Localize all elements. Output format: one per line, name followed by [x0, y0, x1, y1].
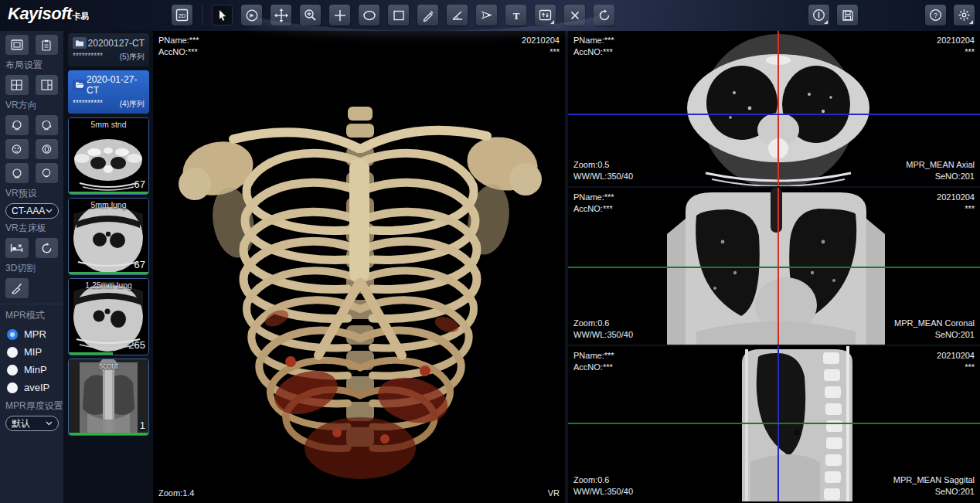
thumbnail-5mm-stnd[interactable]: 5mm stnd 67	[68, 117, 149, 195]
rectangle-icon	[393, 9, 405, 22]
tool-cursor-button[interactable]	[212, 5, 233, 25]
tool-reset-button[interactable]	[594, 5, 614, 25]
text-icon: T	[511, 10, 522, 21]
mpr-thickness-select[interactable]: 默认	[5, 416, 59, 431]
tool-crosshair-button[interactable]	[329, 5, 350, 25]
coronal-viewport[interactable]: PName:*** AccNO:*** 20210204 *** Zoom:0.…	[568, 188, 980, 346]
folder-icon	[73, 37, 87, 49]
series-item-1[interactable]: 20200127-CT ********** (5)序列	[68, 33, 149, 66]
report-icon	[41, 39, 52, 51]
axial-viewport[interactable]: PName:*** AccNO:*** 20210204 *** Zoom:0.…	[568, 31, 980, 188]
sagittal-date: 20210204	[937, 350, 975, 362]
series-panel: 20200127-CT ********** (5)序列 2020-01-27-…	[64, 31, 153, 503]
layout-split-button[interactable]	[36, 75, 59, 95]
tool-ellipse-button[interactable]	[359, 5, 379, 25]
thumbnail-1-25mm-lung[interactable]: 1.25mm lung 265	[68, 278, 149, 355]
tool-angle-button[interactable]	[447, 5, 468, 25]
reset-icon	[598, 9, 611, 22]
axial-wwwl: WW/WL:350/40	[573, 171, 633, 182]
thumbnail-5mm-lung[interactable]: 5mm lung 67	[68, 198, 149, 275]
sagittal-pname: PName:***	[573, 350, 614, 362]
radio-label: MIP	[24, 346, 42, 358]
head-top-icon	[12, 168, 22, 179]
head-right-icon	[41, 120, 52, 131]
tool-text-button[interactable]: T	[505, 5, 526, 25]
thumbnail-scout[interactable]: scout 1	[68, 359, 149, 436]
monitor-layout-icon	[11, 39, 23, 50]
angle-icon	[451, 10, 464, 21]
vr-zoom-label: Zoom:1.4	[158, 488, 194, 499]
top-bar: Kayisoft卡易 2D	[0, 0, 980, 31]
toolbar-right-group	[808, 5, 858, 25]
zoom-in-icon	[304, 8, 317, 22]
sagittal-seno: SeNO:201	[893, 486, 975, 498]
close-icon	[570, 10, 580, 21]
coronal-mode: MPR_MEAN Coronal	[894, 318, 975, 329]
coronal-date: 20210204	[937, 192, 975, 203]
vr-face-back-button[interactable]	[36, 139, 59, 159]
remove-bed-button[interactable]	[5, 238, 29, 258]
folder-open-icon	[73, 80, 87, 91]
vr-rendered-ribcage	[153, 31, 565, 503]
axial-patient-info: PName:*** AccNO:***	[573, 35, 614, 58]
tool-rotate-3d-button[interactable]	[241, 5, 262, 25]
tool-window-level-button[interactable]	[535, 5, 556, 25]
bed-remove-icon	[10, 243, 23, 253]
vr-masked: ***	[522, 46, 560, 58]
tool-zoom-button[interactable]	[300, 5, 321, 25]
axial-mode-info: MPR_MEAN Axial SeNO:201	[906, 159, 975, 182]
vr-head-right-button[interactable]	[36, 115, 59, 135]
help-icon: ?	[929, 8, 942, 22]
vr-viewport[interactable]: PName:*** AccNO:*** 20210204 *** Zoom:1.…	[153, 31, 568, 503]
thumbnail-image-number: 67	[134, 178, 145, 190]
tool-settings-button[interactable]	[954, 5, 975, 25]
report-button[interactable]	[36, 35, 59, 55]
tool-cobb-angle-button[interactable]	[476, 5, 497, 25]
radio-icon	[7, 382, 18, 393]
tool-rectangle-button[interactable]	[388, 5, 409, 25]
vr-reset-button[interactable]	[36, 238, 59, 258]
vr-head-left-button[interactable]	[5, 115, 29, 135]
vr-type-label: VR	[548, 488, 560, 499]
vr-preset-select[interactable]: CT-AAA	[5, 203, 59, 219]
tool-2d-button[interactable]: 2D	[172, 5, 192, 25]
axial-mode: MPR_MEAN Axial	[906, 159, 975, 171]
tool-help-button[interactable]: ?	[925, 5, 946, 25]
axial-date: 20210204	[937, 35, 975, 46]
vr-patient-info: PName:*** AccNO:***	[158, 35, 199, 58]
cursor-icon	[216, 9, 229, 22]
coronal-study-info: 20210204 ***	[937, 192, 975, 215]
tool-delete-button[interactable]	[564, 5, 585, 25]
head-bottom-icon	[41, 168, 52, 179]
mpr-mode-radio-minp[interactable]: MinP	[7, 364, 56, 376]
ellipse-icon	[362, 9, 376, 22]
vr-face-front-button[interactable]	[5, 139, 29, 159]
scalpel-button[interactable]	[5, 278, 29, 298]
thumbnail-progress-bar	[69, 433, 148, 435]
coronal-wwwl: WW/WL:350/40	[573, 329, 633, 341]
mpr-mode-radio-aveip[interactable]: aveIP	[7, 382, 56, 393]
mpr-mode-radio-mpr[interactable]: MPR	[7, 328, 56, 340]
vr-accno: AccNO:***	[158, 46, 199, 58]
chevron-down-icon	[46, 209, 53, 213]
vr-head-top-button[interactable]	[5, 163, 29, 183]
refresh-icon	[41, 243, 53, 254]
mpr-mode-radio-mip[interactable]: MIP	[7, 346, 56, 358]
tool-measure-line-button[interactable]	[417, 5, 438, 25]
save-icon	[842, 9, 854, 22]
tool-save-button[interactable]	[837, 5, 858, 25]
toolbar-divider	[202, 5, 202, 25]
tool-info-button[interactable]	[808, 5, 829, 25]
sidebar-divider	[0, 304, 63, 304]
vr-head-bottom-button[interactable]	[36, 163, 59, 183]
sagittal-patient-info: PName:*** AccNO:***	[573, 350, 614, 373]
series-item-2[interactable]: 2020-01-27-CT ********** (4)序列	[68, 70, 149, 114]
mpr-mode-section-label: MPR模式	[5, 309, 58, 322]
layout-monitor-button[interactable]	[5, 35, 29, 55]
layout-grid-2x2-button[interactable]	[5, 75, 29, 95]
series-name: 2020-01-27-CT	[87, 74, 145, 96]
sagittal-viewport[interactable]: PName:*** AccNO:*** 20210204 *** Zoom:0.…	[568, 346, 980, 501]
sagittal-masked: ***	[937, 362, 975, 373]
tool-pan-button[interactable]	[271, 5, 291, 25]
series-name: 20200127-CT	[88, 38, 145, 49]
